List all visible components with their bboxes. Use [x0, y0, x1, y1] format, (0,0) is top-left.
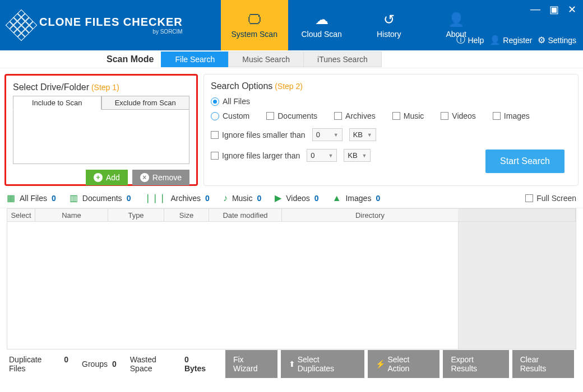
- filter-images[interactable]: ▲Images 0: [332, 193, 381, 203]
- help-link[interactable]: ⓘHelp: [456, 34, 484, 46]
- nav-history[interactable]: ↺ History: [355, 0, 423, 50]
- select-duplicates-button[interactable]: ⬆Select Duplicates: [281, 350, 365, 378]
- nav-cloud-scan[interactable]: ☁ Cloud Scan: [288, 0, 355, 50]
- check-ignore-smaller[interactable]: Ignore files smaller than: [211, 130, 306, 139]
- check-ignore-larger[interactable]: Ignore files larger than: [211, 151, 300, 160]
- close-button[interactable]: ✕: [566, 3, 579, 16]
- filter-videos[interactable]: ▶Videos 0: [275, 193, 318, 203]
- col-directory[interactable]: Directory: [282, 209, 458, 221]
- monitor-search-icon: 🖵: [248, 12, 261, 29]
- col-select[interactable]: Select: [7, 209, 35, 221]
- select-folder-panel: Select Drive/Folder (Step 1) Include to …: [4, 74, 198, 186]
- filter-all-files[interactable]: ▦All Files 0: [7, 193, 56, 203]
- select-folder-title: Select Drive/Folder: [13, 82, 89, 92]
- filter-archives[interactable]: ❘❘❘Archives 0: [144, 193, 209, 203]
- filter-music[interactable]: ♪Music 0: [223, 193, 261, 203]
- action-buttons: Fix Wizard ⬆Select Duplicates ⚡Select Ac…: [225, 350, 574, 378]
- content: Select Drive/Folder (Step 1) Include to …: [0, 68, 583, 186]
- dup-value: 0: [64, 355, 68, 373]
- smaller-value-input[interactable]: 0▼: [312, 128, 343, 141]
- plus-icon: +: [94, 173, 103, 182]
- settings-link[interactable]: ⚙Settings: [538, 34, 576, 46]
- tab-file-search[interactable]: File Search: [161, 52, 229, 67]
- nav: 🖵 System Scan ☁ Cloud Scan ↺ History 👤 A…: [221, 0, 490, 50]
- radio-all-files[interactable]: All Files: [211, 97, 250, 106]
- help-area: ⓘHelp 👤Register ⚙Settings: [456, 34, 576, 46]
- gear-icon: ⚙: [538, 35, 545, 45]
- check-music[interactable]: Music: [392, 111, 424, 120]
- cloud-search-icon: ☁: [315, 12, 328, 29]
- scan-mode-label: Scan Mode: [107, 54, 154, 64]
- grid-header: Select Name Type Size Date modified Dire…: [7, 208, 576, 222]
- titlebar: CLONE FILES CHECKER by SORCIM 🖵 System S…: [0, 0, 583, 50]
- app-subtitle: by SORCIM: [39, 29, 183, 35]
- minimize-button[interactable]: —: [528, 3, 543, 16]
- maximize-button[interactable]: ▣: [547, 3, 561, 16]
- select-action-button[interactable]: ⚡Select Action: [368, 350, 439, 378]
- export-results-button[interactable]: Export Results: [443, 350, 508, 378]
- chevron-down-icon: ▼: [367, 132, 372, 138]
- archives-icon: ❘❘❘: [144, 193, 166, 203]
- add-button[interactable]: +Add: [86, 170, 128, 185]
- preview-pane: [459, 222, 576, 349]
- tab-include[interactable]: Include to Scan: [13, 96, 101, 110]
- chevron-down-icon: ▼: [334, 132, 339, 138]
- col-type[interactable]: Type: [108, 209, 164, 221]
- up-arrow-icon: ⬆: [289, 360, 295, 368]
- register-link[interactable]: 👤Register: [489, 34, 532, 46]
- info-icon: ⓘ: [456, 34, 465, 46]
- history-icon: ↺: [383, 12, 395, 29]
- person-icon: 👤: [448, 12, 465, 29]
- documents-icon: ▥: [70, 193, 78, 203]
- x-icon: ×: [140, 173, 149, 182]
- tab-music-search[interactable]: Music Search: [228, 52, 304, 67]
- col-date[interactable]: Date modified: [209, 209, 282, 221]
- bolt-icon: ⚡: [376, 360, 385, 368]
- mode-bar: Scan Mode File Search Music Search iTune…: [0, 50, 583, 68]
- check-videos[interactable]: Videos: [441, 111, 476, 120]
- wasted-value: 0 Bytes: [184, 355, 212, 373]
- app-title: CLONE FILES CHECKER: [39, 16, 183, 29]
- search-options-panel: Search Options (Step 2) All Files Custom…: [203, 74, 579, 186]
- chevron-down-icon: ▼: [362, 153, 367, 158]
- all-files-icon: ▦: [7, 193, 15, 203]
- search-options-title: Search Options: [211, 81, 272, 91]
- fix-wizard-button[interactable]: Fix Wizard: [225, 350, 277, 378]
- col-size[interactable]: Size: [164, 209, 209, 221]
- col-empty: [458, 209, 576, 221]
- check-archives[interactable]: Archives: [334, 111, 376, 120]
- larger-value-input[interactable]: 0▼: [307, 149, 337, 162]
- images-icon: ▲: [332, 193, 341, 203]
- filter-bar: ▦All Files 0 ▥Documents 0 ❘❘❘Archives 0 …: [0, 188, 583, 208]
- tab-exclude[interactable]: Exclude from Scan: [101, 96, 190, 110]
- step-1-label: (Step 1): [91, 83, 119, 92]
- window-controls: — ▣ ✕: [528, 3, 579, 16]
- tab-itunes-search[interactable]: iTunes Search: [303, 52, 382, 67]
- logo-icon: [6, 10, 38, 41]
- user-icon: 👤: [489, 35, 501, 45]
- remove-button[interactable]: ×Remove: [132, 170, 189, 185]
- filter-documents[interactable]: ▥Documents 0: [70, 193, 131, 203]
- include-exclude-tabs: Include to Scan Exclude from Scan: [13, 96, 189, 110]
- groups-label: Groups: [82, 360, 108, 368]
- check-documents[interactable]: Documents: [266, 111, 317, 120]
- results-grid[interactable]: [7, 222, 459, 349]
- check-images[interactable]: Images: [493, 111, 530, 120]
- check-fullscreen[interactable]: Full Screen: [525, 194, 576, 203]
- chevron-down-icon: ▼: [328, 153, 333, 158]
- logo-area: CLONE FILES CHECKER by SORCIM: [0, 0, 193, 50]
- status-bar: Duplicate Files 0 Groups 0 Wasted Space …: [0, 349, 583, 379]
- radio-custom[interactable]: Custom: [211, 111, 249, 120]
- col-name[interactable]: Name: [35, 209, 108, 221]
- larger-unit-select[interactable]: KB▼: [344, 149, 371, 162]
- videos-icon: ▶: [275, 193, 281, 203]
- folder-list[interactable]: [13, 109, 189, 164]
- grid-body: [7, 222, 576, 349]
- wasted-label: Wasted Space: [130, 355, 180, 373]
- dup-label: Duplicate Files: [9, 355, 59, 373]
- clear-results-button[interactable]: Clear Results: [512, 350, 574, 378]
- smaller-unit-select[interactable]: KB▼: [349, 128, 376, 141]
- nav-system-scan[interactable]: 🖵 System Scan: [221, 0, 288, 50]
- start-search-button[interactable]: Start Search: [485, 150, 565, 173]
- music-icon: ♪: [223, 193, 228, 203]
